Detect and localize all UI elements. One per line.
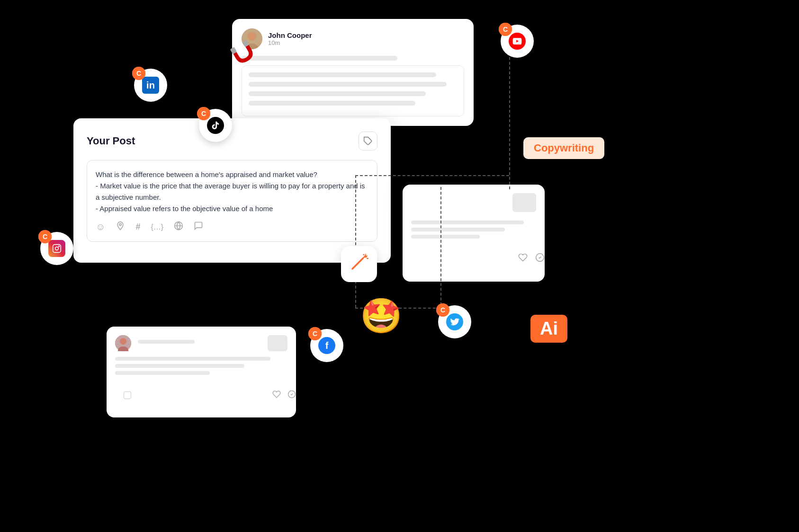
tiktok-bubble[interactable]: C	[199, 109, 232, 142]
scene: John Cooper 10m Your Post What is the	[0, 0, 799, 532]
toolbar-icons: ☺ # {…}	[96, 221, 368, 233]
bottom-action-row	[115, 381, 305, 409]
card-header: Your Post	[87, 132, 377, 151]
skeleton-1	[242, 56, 397, 61]
user-row: John Cooper 10m	[242, 28, 464, 49]
action-row	[411, 244, 553, 273]
svg-rect-27	[53, 245, 61, 253]
right-card	[403, 185, 545, 282]
check-icon[interactable]	[535, 253, 545, 265]
checkbox[interactable]	[124, 391, 131, 399]
facebook-bubble[interactable]: C f	[310, 329, 343, 362]
image-placeholder	[512, 193, 536, 212]
card-title: Your Post	[87, 135, 135, 147]
user-row-bottom	[115, 335, 287, 351]
location-icon[interactable]	[116, 221, 125, 233]
svg-point-29	[59, 246, 60, 247]
check-icon-bottom[interactable]	[287, 390, 296, 400]
linkedin-bubble[interactable]: C in	[134, 69, 167, 102]
globe-icon[interactable]	[174, 221, 183, 233]
content-area	[242, 65, 464, 116]
hashtag-icon[interactable]: #	[135, 222, 140, 232]
svg-point-9	[363, 254, 365, 255]
instagram-bubble[interactable]: C	[40, 232, 73, 265]
youtube-bubble[interactable]: C	[501, 25, 534, 58]
skeleton-r3	[411, 235, 480, 239]
connector-line-1	[355, 175, 356, 308]
g-brand-tiktok: C	[197, 107, 210, 120]
skeleton-b3	[115, 371, 210, 375]
g-brand-facebook: C	[308, 327, 322, 340]
tag-button[interactable]	[359, 132, 377, 151]
twitter-bubble[interactable]: C	[438, 305, 471, 338]
g-brand-youtube: C	[499, 23, 512, 36]
svg-point-16	[120, 338, 126, 345]
john-cooper-card: John Cooper 10m	[232, 19, 474, 126]
skeleton-b1	[115, 357, 270, 361]
svg-text:C: C	[201, 110, 206, 117]
svg-text:C: C	[313, 330, 317, 337]
avatar-small	[115, 335, 131, 351]
card-image-placeholder	[268, 335, 287, 351]
your-post-card: Your Post What is the difference between…	[73, 118, 391, 263]
skeleton-3	[249, 82, 447, 87]
heart-icon-bottom[interactable]	[272, 390, 281, 400]
svg-point-8	[365, 255, 367, 257]
connector-line-2	[509, 38, 510, 189]
code-icon[interactable]: {…}	[151, 223, 163, 231]
post-text: What is the difference between a home's …	[96, 169, 368, 214]
name-skeleton	[138, 340, 195, 344]
skeleton-2	[249, 72, 436, 77]
g-brand-instagram: C	[38, 230, 52, 243]
g-brand-twitter: C	[436, 303, 449, 317]
skeleton-r1	[411, 221, 524, 224]
bottom-left-card	[107, 327, 296, 417]
svg-point-28	[55, 247, 59, 250]
svg-text:C: C	[440, 306, 445, 314]
g-brand-linkedin: C	[132, 67, 145, 80]
skeleton-4	[249, 91, 426, 96]
svg-text:C: C	[136, 70, 141, 77]
skeleton-b2	[115, 364, 244, 368]
user-info: John Cooper 10m	[268, 31, 312, 46]
svg-point-4	[119, 223, 121, 225]
action-icons	[272, 390, 296, 400]
svg-line-6	[352, 258, 363, 269]
svg-text:C: C	[503, 26, 508, 33]
svg-line-12	[367, 256, 368, 257]
user-name: John Cooper	[268, 31, 312, 39]
magic-wand-icon	[349, 252, 369, 277]
heart-icon[interactable]	[518, 253, 528, 265]
star-emoji: 🤩	[360, 296, 403, 336]
skeleton-r2	[411, 228, 505, 231]
magic-wand-button[interactable]	[341, 246, 377, 282]
skeleton-5	[249, 101, 415, 106]
ai-badge: Ai	[530, 315, 567, 343]
message-icon[interactable]	[194, 221, 203, 233]
emoji-icon[interactable]: ☺	[96, 222, 105, 232]
svg-text:C: C	[43, 233, 47, 240]
post-content-box[interactable]: What is the difference between a home's …	[87, 160, 377, 242]
connector-line-5	[440, 187, 441, 310]
post-time: 10m	[268, 39, 312, 46]
connector-line-3	[355, 175, 509, 176]
copywriting-badge: Copywriting	[523, 137, 604, 159]
